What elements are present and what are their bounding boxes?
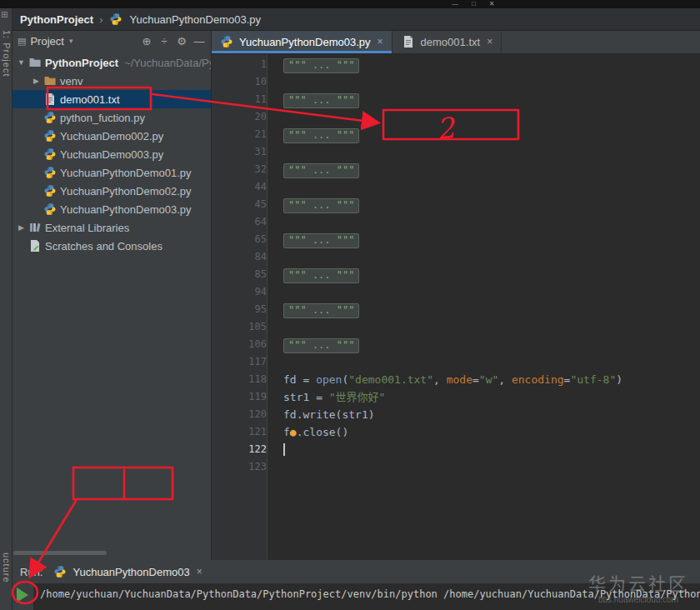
close-run-tab-icon[interactable]: ×	[197, 566, 202, 578]
window-maximize-icon[interactable]: □	[472, 0, 476, 8]
chevron-right-icon[interactable]: ▶	[30, 77, 42, 85]
chevron-down-icon[interactable]: ▼	[15, 58, 28, 67]
chevron-down-icon[interactable]: ▾	[69, 37, 73, 45]
editor-tab-demo001-txt[interactable]: demo001.txt×	[392, 30, 502, 53]
tree-item-label: Scratches and Consoles	[45, 240, 162, 252]
editor-line-21[interactable]: 21""" ... """	[211, 126, 700, 143]
collapse-all-icon[interactable]: ÷	[156, 35, 172, 48]
folded-docstring[interactable]: """ ... """	[283, 163, 359, 178]
editor-line-65[interactable]: 65""" ... """	[211, 231, 700, 248]
tree-item-yuchuanpythondemo03-py[interactable]: YuchuanPythonDemo03.py	[12, 200, 211, 218]
settings-gear-icon[interactable]: ⚙	[173, 35, 190, 48]
code-content: """ ... """	[278, 161, 359, 178]
editor-line-32[interactable]: 32""" ... """	[211, 161, 700, 178]
window-close-icon[interactable]: ✕	[489, 0, 495, 8]
tree-item-external-libraries[interactable]: ▶External Libraries	[12, 218, 211, 237]
tool-button-project[interactable]: 1: Project	[0, 30, 12, 77]
window-minimize-icon[interactable]: —	[452, 0, 458, 8]
code-token: ●	[290, 426, 297, 438]
editor-line-95[interactable]: 95""" ... """	[211, 301, 700, 318]
locate-file-icon[interactable]: ⊕	[138, 35, 155, 48]
folded-docstring[interactable]: """ ... """	[283, 233, 359, 248]
folded-docstring[interactable]: """ ... """	[283, 128, 359, 143]
code-token: ,	[433, 373, 447, 386]
code-content	[278, 178, 283, 196]
code-content	[278, 353, 283, 371]
tree-item-label: YuchuanPythonDemo02.py	[60, 185, 192, 198]
editor-line-123[interactable]: 123	[211, 458, 700, 476]
editor-line-45[interactable]: 45""" ... """	[211, 196, 700, 213]
editor-line-31[interactable]: 31	[211, 143, 700, 161]
run-panel-body: /home/yuchuan/YuchuanData/PythonData/Pyt…	[12, 583, 700, 610]
tool-windows-grid-icon[interactable]: ⊞	[1, 10, 8, 19]
code-token: fd =	[283, 373, 316, 386]
breadcrumb: PythonProject › YuchuanPythonDemo03.py	[12, 8, 700, 31]
tree-item-yuchuanpythondemo01-py[interactable]: YuchuanPythonDemo01.py	[12, 163, 211, 182]
editor-line-44[interactable]: 44	[211, 178, 700, 196]
hide-panel-icon[interactable]: —	[191, 35, 208, 48]
python-file-icon	[42, 202, 58, 216]
editor-line-106[interactable]: 106""" ... """	[211, 336, 700, 353]
editor-line-20[interactable]: 20	[211, 108, 700, 126]
tree-item-scratches-and-consoles[interactable]: Scratches and Consoles	[12, 237, 211, 255]
tree-item-pythonproject[interactable]: ▼PythonProject~/YuchuanData/PythonData/P…	[12, 53, 211, 72]
run-console[interactable]: /home/yuchuan/YuchuanData/PythonData/Pyt…	[33, 583, 700, 610]
tree-item-yuchuandemo002-py[interactable]: YuchuanDemo002.py	[12, 127, 211, 145]
editor-line-1[interactable]: 1""" ... """	[211, 56, 700, 73]
editor-line-11[interactable]: 11""" ... """	[211, 91, 700, 108]
editor-line-121[interactable]: 121f●.close()	[211, 423, 700, 441]
line-number: 64	[211, 213, 278, 231]
tree-item-label: demo001.txt	[60, 93, 120, 106]
tree-item-python-fuction-py[interactable]: python_fuction.py	[12, 108, 211, 127]
editor-line-119[interactable]: 119str1 = "世界你好"	[211, 388, 700, 406]
tree-item-yuchuandemo003-py[interactable]: YuchuanDemo003.py	[12, 145, 211, 163]
folded-docstring[interactable]: """ ... """	[283, 93, 359, 108]
code-token: open	[316, 373, 342, 386]
line-number: 84	[211, 248, 278, 266]
folded-docstring[interactable]: """ ... """	[283, 303, 359, 318]
code-content	[278, 213, 283, 231]
project-panel-title[interactable]: Project	[30, 35, 63, 48]
breadcrumb-project[interactable]: PythonProject	[20, 13, 93, 26]
editor-line-94[interactable]: 94	[211, 283, 700, 301]
folded-docstring[interactable]: """ ... """	[283, 338, 359, 353]
code-editor[interactable]: 1""" ... """1011""" ... """2021""" ... "…	[211, 54, 700, 561]
editor-line-10[interactable]: 10	[211, 73, 700, 91]
code-content: str1 = "世界你好"	[278, 388, 385, 406]
tree-item-label: PythonProject	[45, 57, 118, 69]
tool-button-structure[interactable]: ucture	[0, 552, 12, 583]
project-panel-header: ▤ Project ▾ ⊕÷⚙—	[12, 30, 211, 52]
code-content	[278, 248, 283, 266]
left-tool-strip: ⊞ 1: Project ucture	[0, 8, 12, 610]
editor-line-64[interactable]: 64	[211, 213, 700, 231]
run-button[interactable]	[17, 588, 28, 602]
tree-item-label: venv	[60, 75, 82, 88]
breadcrumb-file[interactable]: YuchuanPythonDemo03.py	[129, 13, 261, 26]
text-file-icon	[401, 35, 416, 48]
close-tab-icon[interactable]: ×	[487, 36, 492, 48]
tree-item-yuchuanpythondemo02-py[interactable]: YuchuanPythonDemo02.py	[12, 182, 211, 200]
editor-line-105[interactable]: 105	[211, 318, 700, 336]
folded-docstring[interactable]: """ ... """	[283, 268, 359, 283]
tree-item-venv[interactable]: ▶venv	[12, 72, 211, 90]
python-file-icon	[42, 148, 58, 161]
editor-line-122[interactable]: 122	[211, 441, 700, 458]
code-content: """ ... """	[278, 126, 359, 143]
line-number: 11	[211, 91, 278, 108]
editor-line-85[interactable]: 85""" ... """	[211, 266, 700, 283]
editor-line-120[interactable]: 120fd.write(str1)	[211, 406, 700, 423]
editor-line-84[interactable]: 84	[211, 248, 700, 266]
horizontal-scrollbar[interactable]	[13, 551, 107, 555]
run-tab[interactable]: YuchuanPythonDemo03 ×	[52, 565, 202, 578]
tree-item-demo001-txt[interactable]: demo001.txt	[12, 90, 211, 108]
close-tab-icon[interactable]: ×	[378, 36, 383, 48]
editor-line-118[interactable]: 118fd = open("demo001.txt", mode="w", en…	[211, 371, 700, 388]
folded-docstring[interactable]: """ ... """	[283, 198, 359, 213]
chevron-right-icon[interactable]: ▶	[15, 223, 28, 232]
editor-line-117[interactable]: 117	[211, 353, 700, 371]
editor-tab-yuchuanpythondemo03-py[interactable]: YuchuanPythonDemo03.py×	[211, 30, 392, 53]
folder-venv-icon	[42, 74, 58, 88]
folded-docstring[interactable]: """ ... """	[283, 58, 359, 73]
line-number: 106	[211, 336, 278, 353]
code-token: "世界你好"	[329, 391, 386, 403]
